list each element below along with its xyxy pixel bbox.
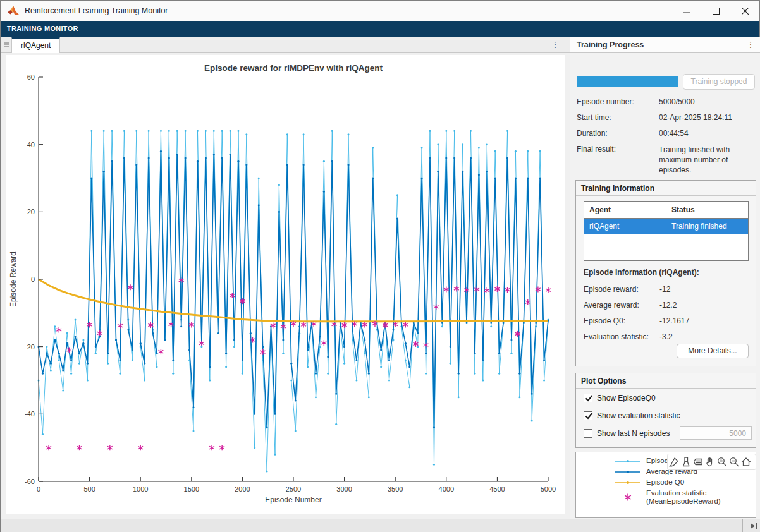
episode-information-title: Episode Information (rlQAgent): <box>584 268 699 277</box>
training-information-title: Training Information <box>576 181 756 196</box>
training-plot-figure: 0500100015002000250030003500400045005000… <box>6 55 565 514</box>
panel-collapse-strip <box>743 519 760 532</box>
app-window: Reinforcement Learning Training Monitor … <box>0 0 760 532</box>
svg-text:2000: 2000 <box>235 485 250 493</box>
svg-text:2500: 2500 <box>286 485 301 493</box>
svg-text:3500: 3500 <box>388 485 403 493</box>
agent-cell: rlQAgent <box>584 219 666 234</box>
training-information-section: Training Information Agent Status rlQAge… <box>575 180 756 366</box>
episode-number-label: Episode number: <box>577 97 634 106</box>
show-evaluation-checkbox-row[interactable]: Show evaluation statistic <box>584 411 680 420</box>
tab-overflow-menu-icon[interactable]: ⋮ <box>549 37 561 53</box>
svg-text:4000: 4000 <box>439 485 454 493</box>
show-episodeq0-checkbox[interactable] <box>584 394 592 402</box>
toolstrip: TRAINING MONITOR <box>1 21 759 37</box>
agent-column-header: Agent <box>584 202 666 218</box>
svg-text:0: 0 <box>37 485 40 493</box>
minimize-button[interactable] <box>672 1 701 21</box>
episode-q0-label: Episode Q0: <box>584 317 625 325</box>
horizontal-scrollbar-strip[interactable] <box>1 519 743 532</box>
svg-text:20: 20 <box>27 208 35 215</box>
duration-value: 00:44:54 <box>659 129 689 138</box>
training-progress-bar <box>577 76 678 87</box>
document-tab-strip: rlQAgent ⋮ <box>1 37 570 53</box>
svg-text:-20: -20 <box>25 343 35 351</box>
panel-title: Training Progress <box>577 37 644 53</box>
training-stopped-button[interactable]: Training stopped <box>683 74 755 90</box>
line-dot-marker-icon <box>615 480 640 486</box>
zoom-out-icon[interactable] <box>728 456 740 468</box>
legend-item: Episode Q0 <box>615 478 721 487</box>
show-episodeq0-label: Show EpisodeQ0 <box>597 394 656 402</box>
maximize-icon <box>713 8 720 15</box>
final-result-value: Training finished with maximum number of… <box>659 145 755 175</box>
plot-document-area: 0500100015002000250030003500400045005000… <box>1 53 570 519</box>
axes-toolbar <box>667 454 756 470</box>
status-column-header: Status <box>666 202 748 218</box>
status-cell: Training finished <box>666 219 748 234</box>
svg-text:-40: -40 <box>25 410 35 418</box>
pan-icon[interactable] <box>704 456 716 468</box>
panel-menu-icon[interactable]: ⋮ <box>745 37 756 53</box>
show-last-n-checkbox-row[interactable]: Show last N episodes <box>584 429 670 438</box>
start-time-value: 02-Apr-2025 18:24:11 <box>659 113 732 122</box>
table-row[interactable]: rlQAgent Training finished <box>584 219 748 234</box>
svg-text:5000: 5000 <box>541 485 556 493</box>
agent-status-table: Agent Status rlQAgent Training finished <box>584 201 749 261</box>
matlab-logo-icon <box>7 5 20 16</box>
legend-item-label: Evaluation statistic (MeanEpisodeReward) <box>646 489 721 505</box>
collapse-right-icon[interactable] <box>750 522 758 530</box>
last-n-episodes-input[interactable] <box>680 426 752 440</box>
show-last-n-label: Show last N episodes <box>597 429 670 438</box>
line-dot-marker-icon <box>615 458 640 464</box>
svg-text:Episode Reward: Episode Reward <box>9 251 18 307</box>
svg-text:-60: -60 <box>25 478 35 485</box>
window-title: Reinforcement Learning Training Monitor <box>25 6 168 15</box>
show-evaluation-checkbox[interactable] <box>584 411 592 420</box>
legend-panel: Episode rewardAverage rewardEpisode Q0Ev… <box>575 452 756 518</box>
svg-text:40: 40 <box>27 141 35 148</box>
restore-view-icon[interactable] <box>740 456 752 468</box>
maximize-button[interactable] <box>701 1 730 21</box>
plot-options-title: Plot Options <box>576 373 756 389</box>
episode-reward-value: -12 <box>659 285 670 294</box>
svg-text:0: 0 <box>31 275 35 283</box>
line-dot-marker-icon <box>615 469 640 475</box>
episode-q0-value: -12.1617 <box>659 317 689 325</box>
show-episodeq0-checkbox-row[interactable]: Show EpisodeQ0 <box>584 394 656 402</box>
svg-text:500: 500 <box>83 485 95 493</box>
svg-text:Episode Number: Episode Number <box>265 495 321 504</box>
svg-text:4500: 4500 <box>489 485 505 493</box>
tab-rlqagent[interactable]: rlQAgent <box>11 37 60 53</box>
training-progress-panel: Training stopped Episode number: 5000/50… <box>570 53 760 519</box>
datatips-icon[interactable] <box>692 456 704 468</box>
episode-reward-label: Episode reward: <box>584 285 639 294</box>
export-icon[interactable] <box>668 456 680 468</box>
close-icon <box>742 8 749 15</box>
progress-bar-fill <box>577 76 678 87</box>
zoom-in-icon[interactable] <box>716 456 728 468</box>
grip-icon <box>3 42 9 48</box>
show-evaluation-label: Show evaluation statistic <box>597 411 680 420</box>
close-button[interactable] <box>730 1 759 21</box>
evaluation-statistic-value: -3.2 <box>659 332 673 341</box>
svg-text:Episode reward for rlMDPEnv wi: Episode reward for rlMDPEnv with rlQAgen… <box>204 63 383 73</box>
brush-icon[interactable] <box>680 456 692 468</box>
average-reward-label: Average reward: <box>584 301 639 310</box>
tab-training-monitor[interactable]: TRAINING MONITOR <box>1 21 85 37</box>
plot-options-section: Plot Options Show EpisodeQ0 Show evaluat… <box>575 373 756 448</box>
start-time-label: Start time: <box>577 113 611 122</box>
show-last-n-checkbox[interactable] <box>584 429 592 438</box>
svg-text:1000: 1000 <box>133 485 148 493</box>
training-progress-header: Training Progress ⋮ <box>570 37 760 53</box>
evaluation-statistic-label: Evaluation statistic: <box>584 332 649 341</box>
tab-grip-handle[interactable] <box>1 37 11 53</box>
more-details-button[interactable]: More Details... <box>677 344 749 358</box>
legend-item: Evaluation statistic (MeanEpisodeReward) <box>615 489 721 505</box>
legend-item-label: Episode Q0 <box>646 478 684 487</box>
asterisk-marker-icon <box>615 493 640 502</box>
svg-text:1500: 1500 <box>184 485 199 493</box>
title-bar: Reinforcement Learning Training Monitor <box>1 1 759 21</box>
minimize-icon <box>683 8 690 15</box>
final-result-label: Final result: <box>577 145 616 154</box>
